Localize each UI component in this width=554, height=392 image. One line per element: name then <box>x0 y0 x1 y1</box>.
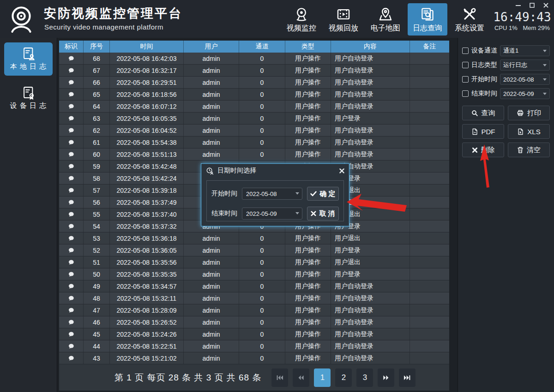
cancel-button[interactable]: 取 消 <box>307 207 339 220</box>
query-button[interactable]: 查询 <box>462 106 504 120</box>
cell-mark <box>59 304 84 316</box>
speech-bubble-icon <box>67 319 75 326</box>
table-row[interactable]: 53 2022-05-08 15:36:18 admin 0 用户操作 用户退出 <box>59 232 449 244</box>
maximize-icon[interactable] <box>530 3 535 8</box>
table-row[interactable]: 62 2022-05-08 16:04:52 admin 0 用户操作 用户自动… <box>59 125 449 137</box>
table-row[interactable]: 49 2022-05-08 15:34:57 admin 0 用户操作 用户自动… <box>59 280 449 292</box>
cell-content: 用户登录 <box>331 244 410 256</box>
table-row[interactable]: 61 2022-05-08 15:54:38 admin 0 用户操作 用户自动… <box>59 137 449 148</box>
nav-item-video-monitor[interactable]: 视频监控 <box>282 3 321 36</box>
table-row[interactable]: 65 2022-05-08 16:18:56 admin 0 用户操作 用户自动… <box>59 89 449 101</box>
prev-page-icon <box>297 374 305 382</box>
chevron-down-icon <box>543 78 547 81</box>
speech-bubble-icon <box>67 103 75 110</box>
nav-item-system-settings[interactable]: 系统设置 <box>450 3 489 36</box>
clock-user-icon <box>206 167 214 175</box>
cell-user: admin <box>184 89 239 100</box>
first-page-button[interactable] <box>271 368 288 387</box>
confirm-button[interactable]: 确 定 <box>307 187 339 201</box>
cell-time: 2022-05-08 16:29:51 <box>110 77 184 88</box>
table-row[interactable]: 43 2022-05-08 15:21:02 admin 0 用户操作 用户自动… <box>59 352 449 364</box>
next-page-button[interactable] <box>378 368 394 387</box>
table-row[interactable]: 47 2022-05-08 15:28:09 admin 0 用户操作 用户自动… <box>59 304 449 316</box>
table-row[interactable]: 50 2022-05-08 15:35:35 admin 0 用户操作 用户登录 <box>59 268 449 280</box>
table-row[interactable]: 66 2022-05-08 16:29:51 admin 0 用户操作 用户自动… <box>59 77 449 89</box>
table-row[interactable]: 51 2022-05-08 15:35:56 admin 0 用户操作 用户退出 <box>59 256 449 268</box>
speech-bubble-icon <box>67 55 75 62</box>
sidebar-item-device-logs[interactable]: 设 备 日 志 <box>4 82 53 115</box>
dialog-body: 开始时间 2022-05-08 确 定 结束时间 2022-05-09 取 消 <box>206 180 344 221</box>
prev-page-button[interactable] <box>293 368 309 387</box>
cell-remark <box>410 172 449 184</box>
cell-mark <box>59 352 84 364</box>
device-channel-checkbox[interactable] <box>462 48 469 54</box>
nav-item-video-playback[interactable]: 视频回放 <box>324 3 363 36</box>
minimize-icon[interactable] <box>516 3 521 8</box>
table-row[interactable]: 68 2022-05-08 16:42:03 admin 0 用户操作 用户自动… <box>59 53 449 65</box>
cell-mark <box>59 137 84 148</box>
pdf-export-button[interactable]: PDF <box>462 124 504 139</box>
field-label: 结束时间 <box>211 209 237 218</box>
dialog-title: 日期时间选择 <box>217 166 256 175</box>
table-row[interactable]: 44 2022-05-08 15:22:51 admin 0 用户操作 用户自动… <box>59 340 449 352</box>
cell-type: 用户操作 <box>285 89 331 100</box>
start-time-checkbox[interactable] <box>462 76 469 83</box>
cell-user: admin <box>184 268 239 280</box>
cell-content: 用户自动登录 <box>331 316 410 328</box>
print-button[interactable]: 打印 <box>508 106 550 120</box>
speech-bubble-icon <box>67 247 75 254</box>
button-label: 打印 <box>527 109 541 118</box>
speech-bubble-icon <box>67 79 75 86</box>
table-row[interactable]: 60 2022-05-08 15:51:13 admin 0 用户操作 用户自动… <box>59 148 449 160</box>
table-row[interactable]: 63 2022-05-08 16:05:35 admin 0 用户操作 用户登录 <box>59 113 449 125</box>
sidebar-item-local-logs[interactable]: 本 地 日 志 <box>4 42 53 76</box>
table-row[interactable]: 52 2022-05-08 15:36:05 admin 0 用户操作 用户登录 <box>59 244 449 256</box>
dialog-end-time-select[interactable]: 2022-05-09 <box>242 208 302 220</box>
clear-button[interactable]: 清空 <box>508 143 550 157</box>
table-row[interactable]: 45 2022-05-08 15:24:26 admin 0 用户操作 用户自动… <box>59 328 449 340</box>
speech-bubble-icon <box>67 163 75 170</box>
delete-button[interactable]: 删除 <box>462 143 504 157</box>
select-value: 运行日志 <box>503 61 527 69</box>
select-value: 2022-05-09 <box>246 210 277 217</box>
cell-mark <box>59 184 84 196</box>
last-page-button[interactable] <box>399 368 416 387</box>
start-time-select[interactable]: 2022-05-08 <box>500 74 550 85</box>
xls-export-button[interactable]: XLS <box>508 124 550 139</box>
cell-remark <box>410 53 449 64</box>
close-icon[interactable] <box>543 3 548 8</box>
nav-item-label: 电子地图 <box>371 24 400 33</box>
speech-bubble-icon <box>67 91 75 98</box>
cell-channel: 0 <box>239 101 285 112</box>
chevron-down-icon <box>543 64 547 66</box>
log-type-select[interactable]: 运行日志 <box>500 59 550 71</box>
table-row[interactable]: 48 2022-05-08 15:32:11 admin 0 用户操作 用户自动… <box>59 292 449 304</box>
device-channel-select[interactable]: 通道1 <box>500 45 550 56</box>
dialog-close-icon[interactable] <box>339 168 344 173</box>
end-time-select[interactable]: 2022-05-09 <box>500 88 550 99</box>
cell-type: 用户操作 <box>285 292 331 304</box>
cell-mark <box>59 268 84 280</box>
page-button-2[interactable]: 2 <box>335 368 352 387</box>
table-row[interactable]: 46 2022-05-08 15:26:52 admin 0 用户操作 用户自动… <box>59 316 449 328</box>
cell-time: 2022-05-08 15:36:05 <box>110 244 184 256</box>
nav-item-log-query[interactable]: 日志查询 <box>408 3 447 36</box>
table-row[interactable]: 64 2022-05-08 16:07:12 admin 0 用户操作 用户自动… <box>59 101 449 113</box>
dialog-start-time-select[interactable]: 2022-05-08 <box>242 188 302 200</box>
cell-channel: 0 <box>239 316 285 328</box>
nav-item-label: 视频回放 <box>329 24 358 33</box>
table-row[interactable]: 67 2022-05-08 16:32:17 admin 0 用户操作 用户自动… <box>59 65 449 77</box>
cell-user: admin <box>184 232 239 244</box>
page-button-3[interactable]: 3 <box>356 368 373 387</box>
cell-mark <box>59 208 84 220</box>
cpu-usage: CPU 1% <box>494 24 518 31</box>
nav-item-e-map[interactable]: 电子地图 <box>366 3 405 36</box>
check-icon <box>310 191 317 196</box>
end-time-checkbox[interactable] <box>462 90 469 97</box>
cell-time: 2022-05-08 15:54:38 <box>110 137 184 148</box>
cell-type: 用户操作 <box>285 101 331 112</box>
log-type-checkbox[interactable] <box>462 62 469 68</box>
cell-seq: 53 <box>84 232 110 244</box>
page-button-1[interactable]: 1 <box>314 368 331 387</box>
cell-remark <box>410 316 449 328</box>
